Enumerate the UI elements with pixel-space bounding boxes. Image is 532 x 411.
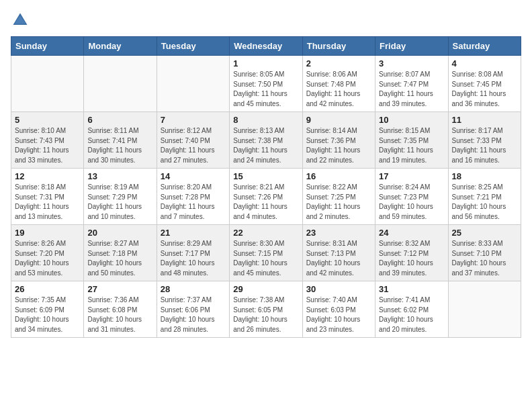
day-number: 22 bbox=[233, 228, 298, 238]
calendar-day-cell: 8Sunrise: 8:13 AM Sunset: 7:38 PM Daylig… bbox=[230, 112, 302, 169]
day-info: Sunrise: 8:17 AM Sunset: 7:33 PM Dayligh… bbox=[452, 126, 517, 165]
day-number: 20 bbox=[87, 228, 152, 238]
calendar-day-cell: 22Sunrise: 8:30 AM Sunset: 7:15 PM Dayli… bbox=[230, 225, 302, 281]
day-number: 26 bbox=[15, 284, 80, 294]
day-info: Sunrise: 8:14 AM Sunset: 7:36 PM Dayligh… bbox=[306, 126, 371, 165]
calendar-day-cell: 1Sunrise: 8:05 AM Sunset: 7:50 PM Daylig… bbox=[230, 56, 302, 112]
day-number: 5 bbox=[15, 115, 80, 125]
weekday-header-monday: Monday bbox=[84, 37, 157, 56]
day-info: Sunrise: 8:05 AM Sunset: 7:50 PM Dayligh… bbox=[233, 70, 298, 109]
day-number: 2 bbox=[306, 58, 371, 68]
weekday-header-tuesday: Tuesday bbox=[157, 37, 229, 56]
day-info: Sunrise: 8:10 AM Sunset: 7:43 PM Dayligh… bbox=[15, 126, 80, 165]
day-info: Sunrise: 8:07 AM Sunset: 7:47 PM Dayligh… bbox=[379, 70, 444, 109]
calendar-day-cell: 12Sunrise: 8:18 AM Sunset: 7:31 PM Dayli… bbox=[11, 169, 84, 225]
calendar-day-cell: 16Sunrise: 8:22 AM Sunset: 7:25 PM Dayli… bbox=[302, 169, 375, 225]
day-info: Sunrise: 8:20 AM Sunset: 7:28 PM Dayligh… bbox=[161, 183, 226, 222]
calendar-day-cell: 14Sunrise: 8:20 AM Sunset: 7:28 PM Dayli… bbox=[157, 169, 229, 225]
day-info: Sunrise: 8:31 AM Sunset: 7:13 PM Dayligh… bbox=[306, 239, 371, 278]
calendar-day-cell bbox=[448, 281, 521, 338]
day-number: 4 bbox=[452, 58, 517, 68]
calendar-day-cell: 2Sunrise: 8:06 AM Sunset: 7:48 PM Daylig… bbox=[302, 56, 375, 112]
day-number: 31 bbox=[379, 284, 444, 294]
day-number: 25 bbox=[452, 228, 517, 238]
calendar-day-cell: 31Sunrise: 7:41 AM Sunset: 6:02 PM Dayli… bbox=[375, 281, 448, 338]
day-number: 29 bbox=[233, 284, 298, 294]
weekday-header-sunday: Sunday bbox=[11, 37, 84, 56]
day-number: 8 bbox=[233, 115, 298, 125]
day-number: 12 bbox=[15, 171, 80, 181]
day-info: Sunrise: 8:13 AM Sunset: 7:38 PM Dayligh… bbox=[233, 126, 298, 165]
calendar-day-cell: 7Sunrise: 8:12 AM Sunset: 7:40 PM Daylig… bbox=[157, 112, 229, 169]
calendar-day-cell: 28Sunrise: 7:37 AM Sunset: 6:06 PM Dayli… bbox=[157, 281, 229, 338]
day-info: Sunrise: 8:18 AM Sunset: 7:31 PM Dayligh… bbox=[15, 183, 80, 222]
day-number: 3 bbox=[379, 58, 444, 68]
day-number: 28 bbox=[161, 284, 226, 294]
calendar-day-cell: 27Sunrise: 7:36 AM Sunset: 6:08 PM Dayli… bbox=[84, 281, 157, 338]
day-number: 10 bbox=[379, 115, 444, 125]
calendar-day-cell: 15Sunrise: 8:21 AM Sunset: 7:26 PM Dayli… bbox=[230, 169, 302, 225]
day-info: Sunrise: 8:24 AM Sunset: 7:23 PM Dayligh… bbox=[379, 183, 444, 222]
day-number: 24 bbox=[379, 228, 444, 238]
day-number: 21 bbox=[161, 228, 226, 238]
weekday-header-thursday: Thursday bbox=[302, 37, 375, 56]
day-info: Sunrise: 7:37 AM Sunset: 6:06 PM Dayligh… bbox=[161, 295, 226, 334]
weekday-header-row: SundayMondayTuesdayWednesdayThursdayFrid… bbox=[11, 37, 521, 56]
calendar-day-cell: 11Sunrise: 8:17 AM Sunset: 7:33 PM Dayli… bbox=[448, 112, 521, 169]
day-number: 23 bbox=[306, 228, 371, 238]
day-number: 19 bbox=[15, 228, 80, 238]
day-info: Sunrise: 8:29 AM Sunset: 7:17 PM Dayligh… bbox=[161, 239, 226, 278]
calendar-day-cell: 9Sunrise: 8:14 AM Sunset: 7:36 PM Daylig… bbox=[302, 112, 375, 169]
page-header bbox=[11, 11, 521, 30]
day-info: Sunrise: 7:38 AM Sunset: 6:05 PM Dayligh… bbox=[233, 295, 298, 334]
calendar-day-cell bbox=[84, 56, 157, 112]
calendar-week-row: 1Sunrise: 8:05 AM Sunset: 7:50 PM Daylig… bbox=[11, 56, 521, 112]
day-number: 17 bbox=[379, 171, 444, 181]
day-info: Sunrise: 7:36 AM Sunset: 6:08 PM Dayligh… bbox=[87, 295, 152, 334]
calendar-table: SundayMondayTuesdayWednesdayThursdayFrid… bbox=[11, 36, 521, 338]
day-info: Sunrise: 8:32 AM Sunset: 7:12 PM Dayligh… bbox=[379, 239, 444, 278]
calendar-day-cell: 25Sunrise: 8:33 AM Sunset: 7:10 PM Dayli… bbox=[448, 225, 521, 281]
calendar-day-cell: 19Sunrise: 8:26 AM Sunset: 7:20 PM Dayli… bbox=[11, 225, 84, 281]
day-number: 11 bbox=[452, 115, 517, 125]
day-info: Sunrise: 8:21 AM Sunset: 7:26 PM Dayligh… bbox=[233, 183, 298, 222]
calendar-day-cell: 4Sunrise: 8:08 AM Sunset: 7:45 PM Daylig… bbox=[448, 56, 521, 112]
weekday-header-friday: Friday bbox=[375, 37, 448, 56]
day-number: 15 bbox=[233, 171, 298, 181]
day-number: 14 bbox=[161, 171, 226, 181]
day-info: Sunrise: 8:22 AM Sunset: 7:25 PM Dayligh… bbox=[306, 183, 371, 222]
calendar-day-cell bbox=[11, 56, 84, 112]
logo-icon bbox=[11, 11, 30, 30]
weekday-header-wednesday: Wednesday bbox=[230, 37, 302, 56]
calendar-week-row: 26Sunrise: 7:35 AM Sunset: 6:09 PM Dayli… bbox=[11, 281, 521, 338]
calendar-week-row: 5Sunrise: 8:10 AM Sunset: 7:43 PM Daylig… bbox=[11, 112, 521, 169]
calendar-day-cell: 5Sunrise: 8:10 AM Sunset: 7:43 PM Daylig… bbox=[11, 112, 84, 169]
calendar-day-cell: 17Sunrise: 8:24 AM Sunset: 7:23 PM Dayli… bbox=[375, 169, 448, 225]
day-info: Sunrise: 8:11 AM Sunset: 7:41 PM Dayligh… bbox=[87, 126, 152, 165]
day-info: Sunrise: 8:27 AM Sunset: 7:18 PM Dayligh… bbox=[87, 239, 152, 278]
day-info: Sunrise: 8:15 AM Sunset: 7:35 PM Dayligh… bbox=[379, 126, 444, 165]
day-number: 7 bbox=[161, 115, 226, 125]
day-info: Sunrise: 8:25 AM Sunset: 7:21 PM Dayligh… bbox=[452, 183, 517, 222]
calendar-day-cell: 13Sunrise: 8:19 AM Sunset: 7:29 PM Dayli… bbox=[84, 169, 157, 225]
weekday-header-saturday: Saturday bbox=[448, 37, 521, 56]
calendar-week-row: 12Sunrise: 8:18 AM Sunset: 7:31 PM Dayli… bbox=[11, 169, 521, 225]
day-number: 9 bbox=[306, 115, 371, 125]
calendar-day-cell: 21Sunrise: 8:29 AM Sunset: 7:17 PM Dayli… bbox=[157, 225, 229, 281]
calendar-day-cell: 30Sunrise: 7:40 AM Sunset: 6:03 PM Dayli… bbox=[302, 281, 375, 338]
day-number: 30 bbox=[306, 284, 371, 294]
day-number: 1 bbox=[233, 58, 298, 68]
day-info: Sunrise: 7:35 AM Sunset: 6:09 PM Dayligh… bbox=[15, 295, 80, 334]
calendar-day-cell: 3Sunrise: 8:07 AM Sunset: 7:47 PM Daylig… bbox=[375, 56, 448, 112]
logo bbox=[11, 11, 32, 30]
calendar-day-cell: 20Sunrise: 8:27 AM Sunset: 7:18 PM Dayli… bbox=[84, 225, 157, 281]
day-info: Sunrise: 8:19 AM Sunset: 7:29 PM Dayligh… bbox=[87, 183, 152, 222]
calendar-day-cell: 26Sunrise: 7:35 AM Sunset: 6:09 PM Dayli… bbox=[11, 281, 84, 338]
day-number: 18 bbox=[452, 171, 517, 181]
calendar-week-row: 19Sunrise: 8:26 AM Sunset: 7:20 PM Dayli… bbox=[11, 225, 521, 281]
calendar-day-cell bbox=[157, 56, 229, 112]
calendar-day-cell: 23Sunrise: 8:31 AM Sunset: 7:13 PM Dayli… bbox=[302, 225, 375, 281]
calendar-day-cell: 10Sunrise: 8:15 AM Sunset: 7:35 PM Dayli… bbox=[375, 112, 448, 169]
calendar-day-cell: 29Sunrise: 7:38 AM Sunset: 6:05 PM Dayli… bbox=[230, 281, 302, 338]
day-number: 13 bbox=[87, 171, 152, 181]
